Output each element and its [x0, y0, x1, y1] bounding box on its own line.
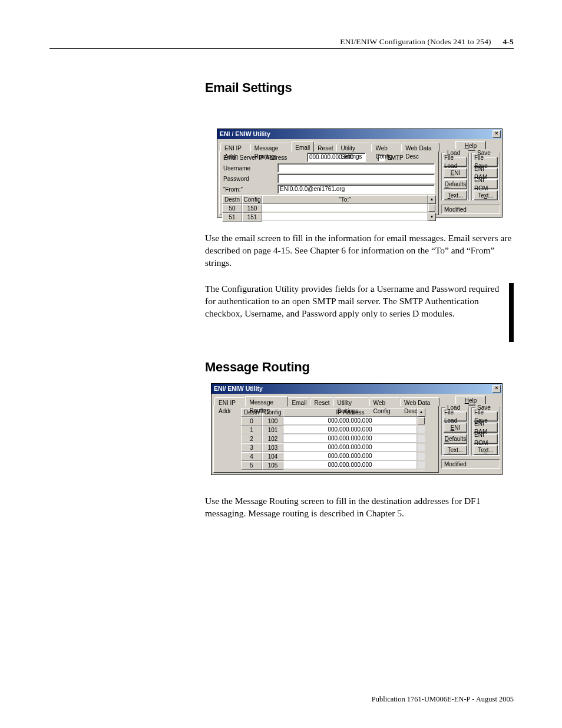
header-rule	[49, 48, 514, 49]
tab-web-data-desc[interactable]: Web Data Desc	[400, 397, 439, 406]
cell-ip[interactable]: 000.000.000.000	[283, 461, 417, 469]
cell-destn: 50	[222, 204, 242, 213]
cell-config: 104	[262, 452, 283, 461]
input-from[interactable]: ENI0.0.0.0@eni1761.org	[277, 185, 435, 194]
heading-email-settings: Email Settings	[205, 79, 292, 97]
label-username: Username	[223, 164, 250, 173]
cell-to[interactable]	[262, 213, 428, 221]
group-load-from: Load From File Load ENI Defaults Text...	[441, 407, 469, 455]
tab-utility-settings[interactable]: Utility Settings	[336, 143, 372, 151]
status-text: Modified	[441, 459, 500, 469]
scrollbar-track[interactable]	[417, 426, 425, 434]
change-bar	[509, 283, 514, 342]
cell-ip[interactable]: 000.000.000.000	[283, 434, 417, 443]
group-save-to: Save To File Save ENI RAM ENI ROM Text..…	[471, 407, 500, 455]
running-header: ENI/ENIW Configuration (Nodes 241 to 254…	[340, 37, 514, 47]
tab-eni-ip-addr[interactable]: ENI IP Addr	[220, 143, 251, 151]
col-destn: Destn	[222, 195, 242, 204]
scrollbar-track[interactable]	[417, 452, 425, 460]
tab-web-config[interactable]: Web Config	[369, 397, 401, 406]
file-load-button[interactable]: File Load	[444, 411, 467, 421]
tab-eni-ip-addr[interactable]: ENI IP Addr	[214, 397, 246, 406]
body-paragraph: Use the Message Routing screen to fill i…	[205, 495, 514, 520]
scroll-up-icon[interactable]: ▴	[417, 408, 425, 417]
cell-destn: 4	[241, 452, 262, 461]
tab-reset[interactable]: Reset	[310, 397, 333, 406]
input-username[interactable]	[277, 163, 435, 173]
running-header-text: ENI/ENIW Configuration (Nodes 241 to 254…	[340, 37, 491, 46]
tab-message-routing[interactable]: Message Routing	[245, 396, 288, 407]
group-save-to: Save To File Save ENI RAM ENI ROM Text..…	[471, 153, 500, 200]
screenshot-message-routing: ENI/ ENIW Utility × Help Load From File …	[211, 383, 503, 475]
group-load-from: Load From File Load ENI Defaults Text...	[441, 153, 469, 200]
tabstrip: ENI IP Addr Message Routing Email Reset …	[213, 396, 439, 406]
cell-ip[interactable]: 000.000.000.000	[283, 426, 417, 434]
routing-table: Destn Config IP Address ▴ 0100000.000.00…	[241, 408, 425, 470]
cell-config: 151	[242, 213, 262, 222]
cell-config: 150	[242, 204, 262, 213]
label-password: Password	[223, 175, 249, 183]
file-load-button[interactable]: File Load	[444, 157, 467, 167]
heading-message-routing: Message Routing	[205, 358, 310, 376]
cell-destn: 3	[241, 443, 262, 452]
scrollbar-thumb[interactable]	[418, 417, 425, 424]
footer-publication: Publication 1761-UM006E-EN-P - August 20…	[372, 694, 514, 704]
cell-destn: 2	[241, 434, 262, 443]
cell-destn: 6	[241, 470, 262, 470]
scrollbar-track[interactable]	[417, 434, 425, 443]
label-from: “From:”	[223, 186, 243, 194]
eni-rom-button[interactable]: ENI ROM	[474, 179, 498, 189]
tab-reset[interactable]: Reset	[313, 143, 337, 151]
screenshot-email-utility: ENI / ENIW Utility × Help Load From File…	[217, 129, 503, 218]
window-titlebar: ENI/ ENIW Utility ×	[211, 384, 502, 394]
cell-destn: 0	[241, 417, 262, 426]
tab-email[interactable]: Email	[291, 141, 314, 152]
window-titlebar: ENI / ENIW Utility ×	[217, 129, 502, 139]
window-title: ENI / ENIW Utility	[220, 130, 270, 138]
cell-config: 102	[262, 434, 283, 443]
cell-destn: 51	[222, 213, 242, 222]
window-title: ENI/ ENIW Utility	[214, 384, 263, 393]
scrollbar-track[interactable]	[417, 443, 425, 452]
text-save-button[interactable]: Text...	[474, 190, 498, 200]
tabstrip: ENI IP Addr Message Routing Email Reset …	[219, 141, 439, 151]
cell-config: 101	[262, 426, 283, 434]
body-paragraph: Use the email screen to fill in the info…	[205, 232, 514, 269]
close-icon[interactable]: ×	[492, 130, 501, 138]
tab-web-data-desc[interactable]: Web Data Desc	[401, 143, 439, 151]
defaults-button[interactable]: Defaults	[444, 179, 467, 189]
cell-to[interactable]	[262, 204, 428, 212]
col-config: Config	[242, 195, 262, 204]
eni-button[interactable]: ENI	[444, 423, 467, 433]
tab-email[interactable]: Email	[287, 397, 310, 406]
body-paragraph: The Configuration Utility provides field…	[205, 283, 514, 320]
cell-ip[interactable]: 000.000.000.000	[283, 443, 417, 452]
page-number: 4-5	[503, 37, 514, 46]
close-icon[interactable]: ×	[492, 385, 501, 393]
scroll-up-icon[interactable]: ▴	[428, 195, 436, 204]
text-load-button[interactable]: Text...	[444, 190, 467, 200]
text-save-button[interactable]: Text...	[474, 445, 498, 455]
eni-rom-button[interactable]: ENI ROM	[474, 434, 498, 444]
scrollbar-track[interactable]	[417, 461, 425, 469]
cell-destn: 1	[241, 426, 262, 434]
defaults-button[interactable]: Defaults	[444, 434, 467, 444]
input-password[interactable]	[277, 174, 435, 183]
scroll-down-icon[interactable]: ▾	[428, 213, 436, 221]
col-to: “To:”	[262, 195, 428, 204]
cell-ip[interactable]: 000.000.000.000	[283, 470, 417, 470]
eni-button[interactable]: ENI	[444, 168, 467, 178]
cell-config: 100	[262, 417, 283, 426]
cell-config: 105	[262, 461, 283, 470]
status-text: Modified	[441, 205, 500, 214]
scroll-down-icon[interactable]: ▾	[417, 470, 425, 470]
cell-destn: 5	[241, 461, 262, 470]
cell-config: 106	[262, 470, 283, 470]
tab-web-config[interactable]: Web Config	[371, 143, 402, 151]
text-load-button[interactable]: Text...	[444, 445, 467, 455]
scrollbar-thumb[interactable]	[428, 205, 435, 212]
cell-ip[interactable]: 000.000.000.000	[283, 452, 417, 460]
tab-message-routing[interactable]: Message Routing	[250, 143, 292, 151]
tab-utility-settings[interactable]: Utility Settings	[333, 397, 370, 406]
cell-ip[interactable]: 000.000.000.000	[283, 417, 417, 425]
